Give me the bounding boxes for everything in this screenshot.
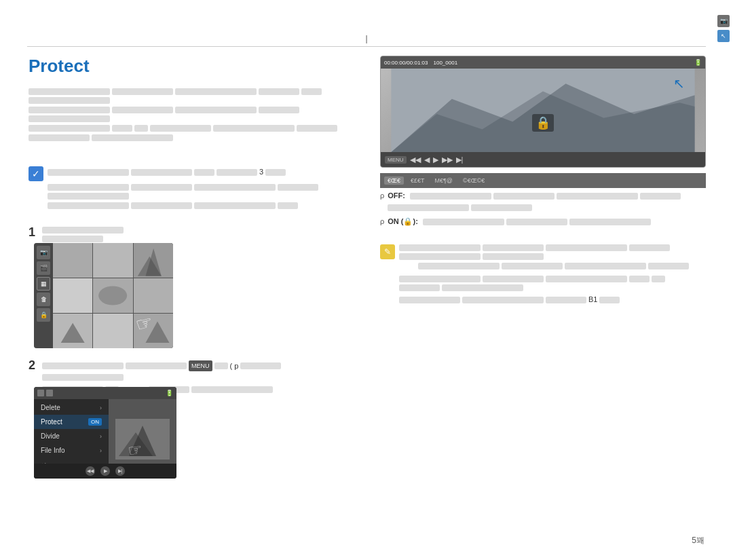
camera-grid-screen: 📷 🎬 ▦ 🗑 🔒	[34, 243, 173, 348]
step-2-number: 2	[29, 358, 35, 373]
menu-label-inline: MENU	[189, 360, 212, 372]
camera-menu-screen: 🔋 Delete › Protect ON Divide ›	[34, 387, 176, 479]
camera-sidebar: 📷 🎬 ▦ 🗑 🔒	[34, 243, 53, 348]
preview-menu-btn[interactable]: MENU	[385, 156, 407, 164]
text-ph	[502, 263, 563, 269]
note-right-text-1	[399, 244, 706, 272]
option-tab-2[interactable]: €£€T	[407, 176, 428, 185]
text-ph	[423, 219, 504, 225]
text-ph	[418, 263, 500, 269]
text-ph	[629, 276, 650, 282]
grid-cell-5	[93, 278, 132, 313]
on-description	[420, 217, 651, 225]
text-ph	[213, 125, 295, 132]
preview-fileinfo: 100_0001	[434, 60, 458, 66]
note-text-1: 3	[48, 166, 286, 181]
preview-ctrl-rewind[interactable]: ◀◀	[410, 155, 421, 164]
option-tab-3[interactable]: M€¶@	[432, 176, 456, 185]
top-bar-icon-1	[37, 390, 44, 396]
grid-cell-3	[134, 243, 173, 278]
text-ph	[29, 115, 110, 122]
menu-item-protect-label: Protect	[41, 418, 62, 426]
preview-ctrl-next[interactable]: ▶|	[456, 155, 464, 164]
text-ph	[483, 244, 544, 251]
text-ph	[214, 362, 228, 369]
text-ph	[191, 386, 273, 393]
menu-item-fileinfo-arrow: ›	[100, 447, 102, 454]
menu-item-protect-badge: ON	[88, 418, 102, 426]
text-ph	[42, 362, 124, 369]
off-description	[388, 191, 681, 211]
text-ph	[29, 107, 110, 113]
menu-item-delete[interactable]: Delete ›	[34, 400, 109, 415]
sidebar-icon-protect: 🔒	[37, 308, 50, 322]
text-ph	[399, 297, 460, 303]
hand-cursor-2: ☞	[126, 439, 145, 460]
text-ph	[471, 204, 532, 211]
text-ph	[112, 125, 132, 132]
preview-ctrl-back[interactable]: ◀	[424, 155, 430, 164]
text-ph	[410, 193, 491, 200]
text-ph	[629, 244, 670, 251]
ctrl-play[interactable]: ▶	[100, 466, 110, 476]
text-ph	[569, 219, 651, 225]
note-right-text-2: B1	[399, 276, 706, 308]
text-ph	[265, 169, 286, 176]
option-tab-4[interactable]: ©€Œ©€	[459, 176, 488, 185]
text-ph	[506, 219, 567, 225]
sidebar-icon-camera: 📷	[37, 246, 50, 259]
grid-cell-1	[53, 243, 92, 278]
text-ph	[652, 276, 665, 282]
right-icons-panel: 📷 ↖	[717, 15, 730, 42]
text-ph	[48, 169, 129, 176]
note-right-row-1: ✎	[380, 244, 706, 272]
sidebar-icon-video: 🎬	[37, 261, 50, 275]
text-ph	[259, 88, 299, 95]
text-ph	[131, 169, 192, 176]
text-ph	[648, 263, 689, 269]
main-description	[29, 88, 354, 141]
text-ph	[483, 253, 544, 260]
text-ph	[278, 202, 298, 209]
icon-photo: 📷	[717, 15, 730, 27]
grid-cell-6	[134, 278, 173, 313]
menu-item-protect[interactable]: Protect ON	[34, 415, 109, 429]
menu-item-delete-arrow: ›	[100, 405, 102, 411]
note-box-right: ✎ ✎	[380, 244, 706, 311]
ctrl-fwd[interactable]: ▶|	[115, 466, 125, 476]
menu-item-fileinfo[interactable]: File Info ›	[34, 443, 109, 458]
text-ph	[399, 276, 481, 282]
preview-ctrl-play[interactable]: ▶	[433, 155, 438, 164]
step-1-number: 1	[29, 225, 35, 240]
camera-preview-top-right: 00:00:00/00:01:03 100_0001 🔋 ↖ 🔒 MENU ◀◀…	[380, 56, 706, 168]
note-row-1: ✓ 3	[29, 166, 341, 181]
text-ph	[48, 193, 129, 200]
text-ph	[557, 193, 638, 200]
menu-item-divide-arrow: ›	[100, 433, 102, 440]
sidebar-icon-delete: 🗑	[37, 293, 50, 306]
text-ph	[462, 297, 544, 303]
page-number-bottom: 5꽤	[692, 535, 704, 546]
text-ph	[29, 97, 110, 104]
divider-line	[27, 46, 706, 47]
menu-item-divide-label: Divide	[41, 432, 60, 440]
text-ph	[399, 253, 481, 260]
text-ph	[301, 88, 322, 95]
blue-arrow-cursor: ↖	[673, 75, 685, 92]
camera-top-bar: 🔋	[34, 387, 176, 399]
on-item: ρ ON (🔒):	[380, 216, 706, 227]
text-ph	[399, 244, 481, 251]
text-ph	[131, 184, 192, 191]
off-bullet: ρ	[380, 190, 384, 212]
preview-ctrl-fwd[interactable]: ▶▶	[442, 155, 453, 164]
section-title: Protect	[29, 56, 90, 77]
ctrl-back[interactable]: ◀◀	[86, 466, 95, 476]
menu-item-divide[interactable]: Divide ›	[34, 429, 109, 443]
text-ph	[112, 107, 173, 113]
svg-point-2	[98, 286, 127, 305]
option-tab-1[interactable]: €Œ€	[384, 176, 404, 185]
text-ph	[92, 134, 173, 141]
text-ph	[175, 88, 257, 95]
top-page-indicator: |	[365, 34, 367, 43]
top-bar-icon-2	[46, 390, 53, 396]
